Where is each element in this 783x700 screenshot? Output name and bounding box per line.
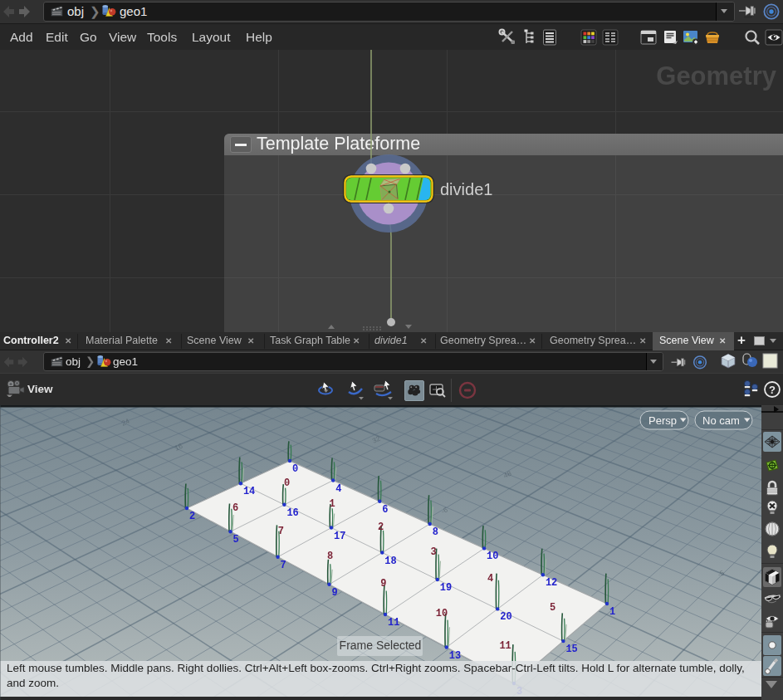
svg-text:2: 2	[378, 521, 384, 533]
svg-text:13: 13	[449, 650, 461, 662]
svg-text:6: 6	[232, 502, 238, 514]
svg-text:10: 10	[436, 608, 448, 619]
svg-text:8: 8	[433, 526, 438, 538]
svg-text:7: 7	[281, 560, 286, 571]
svg-text:9: 9	[380, 578, 386, 590]
svg-text:1: 1	[329, 498, 335, 510]
svg-text:No cam: No cam	[702, 414, 740, 427]
svg-text:5: 5	[550, 602, 555, 614]
svg-text:4: 4	[335, 483, 341, 495]
svg-text:4: 4	[487, 573, 493, 585]
svg-text:12: 12	[546, 577, 557, 589]
svg-text:Frame Selected: Frame Selected	[340, 639, 422, 652]
svg-text:0: 0	[284, 477, 290, 489]
svg-text:0: 0	[292, 463, 298, 475]
svg-text:7: 7	[278, 526, 284, 537]
svg-text:2: 2	[189, 511, 195, 522]
svg-text:Left mouse tumbles. Middle pan: Left mouse tumbles. Middle pans. Right d…	[7, 662, 745, 674]
svg-text:9: 9	[332, 587, 338, 599]
svg-text:20: 20	[500, 611, 511, 623]
svg-text:19: 19	[440, 582, 452, 594]
svg-text:15: 15	[565, 644, 577, 655]
svg-text:?: ?	[769, 384, 776, 396]
svg-text:10: 10	[487, 551, 498, 562]
svg-text:16: 16	[286, 507, 298, 519]
svg-text:Persp: Persp	[648, 414, 677, 427]
svg-text:18: 18	[384, 556, 396, 567]
svg-text:17: 17	[334, 531, 345, 542]
svg-text:3: 3	[430, 546, 436, 558]
svg-text:8: 8	[327, 551, 333, 562]
svg-text:and zoom.: and zoom.	[7, 677, 59, 689]
svg-text:11: 11	[499, 640, 511, 652]
svg-text:11: 11	[388, 617, 399, 629]
svg-text:1: 1	[609, 606, 615, 618]
svg-text:6: 6	[382, 504, 388, 516]
svg-text:divide1: divide1	[440, 180, 492, 198]
svg-text:14: 14	[243, 486, 255, 497]
svg-text:5: 5	[233, 534, 239, 546]
